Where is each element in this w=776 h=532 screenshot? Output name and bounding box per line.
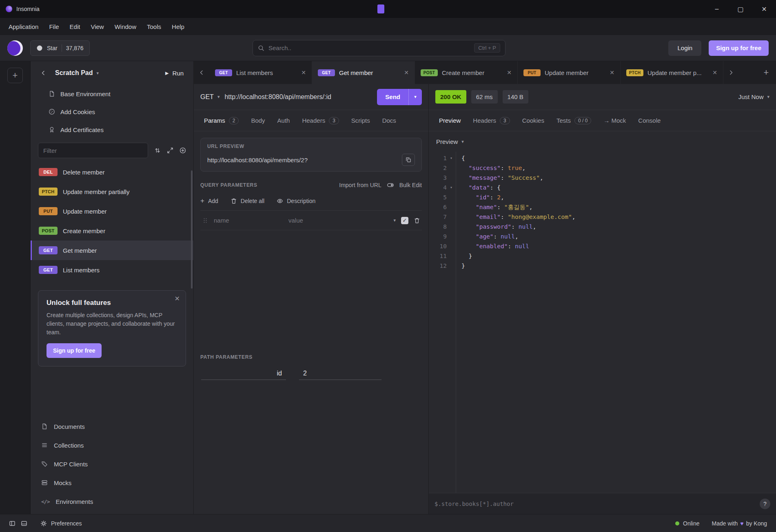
toggle-sidebar-icon[interactable]	[9, 517, 16, 530]
sidebar-item-documents[interactable]: Documents	[31, 417, 193, 436]
add-request-icon[interactable]	[180, 144, 186, 157]
response-body-viewer[interactable]: 1 ▾ { 2 ▾ "success": true,	[429, 152, 776, 493]
sidebar-item-add-cookies[interactable]: Add Cookies	[31, 103, 193, 121]
request-tab[interactable]: POST Create member ✕	[415, 61, 518, 84]
sidebar-item-mocks[interactable]: Mocks	[31, 473, 193, 492]
send-button[interactable]: Send	[377, 89, 408, 105]
response-pane-tab[interactable]: Preview	[433, 110, 467, 131]
request-name: Update member partially	[63, 188, 129, 195]
menu-item[interactable]: View	[85, 21, 109, 33]
response-filter-input[interactable]	[435, 501, 755, 507]
request-list-item[interactable]: PUT Update member	[31, 201, 193, 221]
back-button[interactable]	[37, 67, 49, 79]
menu-item[interactable]: Help	[166, 21, 190, 33]
scroll-tabs-right-icon[interactable]	[723, 61, 739, 84]
request-pane-tab[interactable]: Docs	[376, 110, 402, 131]
menu-item[interactable]: Tools	[142, 21, 166, 33]
preferences-button[interactable]: Preferences	[40, 520, 82, 527]
sidebar-item-environments[interactable]: </> Environments	[31, 492, 193, 511]
param-enabled-checkbox[interactable]: ✓	[401, 217, 408, 224]
filter-help-button[interactable]: ?	[760, 499, 770, 509]
request-tab[interactable]: GET List members ✕	[209, 61, 312, 84]
divider	[62, 44, 62, 52]
method-dropdown[interactable]: GET ▾	[200, 93, 219, 101]
layout-toggles	[9, 517, 27, 530]
filter-field[interactable]	[38, 143, 148, 158]
bulk-edit-button[interactable]: Bulk Edit	[399, 182, 422, 188]
request-list-item[interactable]: GET Get member	[31, 241, 193, 260]
fold-icon[interactable]: ▾	[447, 183, 456, 192]
close-icon[interactable]: ✕	[175, 295, 180, 302]
menu-item[interactable]: Application	[3, 21, 44, 33]
response-pane-tab[interactable]: → Mock	[597, 110, 632, 131]
add-param-button[interactable]: + Add	[200, 197, 218, 204]
response-pane-tab[interactable]: Tests 0 / 0	[550, 110, 597, 131]
close-button[interactable]: ✕	[752, 0, 776, 18]
menu-item[interactable]: Window	[109, 21, 142, 33]
request-tab[interactable]: PUT Update member ✕	[518, 61, 621, 84]
response-pane-tab[interactable]: Cookies	[516, 110, 550, 131]
request-tab[interactable]: GET Get member ✕	[312, 61, 415, 84]
request-list-item[interactable]: POST Create member	[31, 221, 193, 241]
run-button[interactable]: ▶ Run	[162, 67, 187, 79]
login-button[interactable]: Login	[668, 40, 701, 56]
expand-icon[interactable]	[167, 144, 173, 157]
drag-handle-icon[interactable]	[202, 217, 208, 224]
bulk-edit-toggle-icon[interactable]	[387, 181, 394, 189]
send-options-dropdown[interactable]: ▾	[409, 89, 422, 105]
maximize-button[interactable]: ▢	[729, 0, 752, 18]
signup-button[interactable]: Sign up for free	[709, 40, 769, 56]
url-input[interactable]: http://localhost:8080/api/members/:id	[224, 93, 372, 101]
menu-item[interactable]: File	[44, 21, 64, 33]
response-pane-tab[interactable]: Headers 3	[467, 110, 516, 131]
request-pane-tab[interactable]: Auth	[271, 110, 296, 131]
signup-cta-button[interactable]: Sign up for free	[47, 343, 102, 358]
sidebar-item-add-certificates[interactable]: Add Certificates	[31, 121, 193, 139]
search-input[interactable]	[268, 44, 470, 51]
request-pane-tab[interactable]: Body	[245, 110, 271, 131]
sort-icon[interactable]	[154, 144, 161, 157]
scroll-tabs-left-icon[interactable]	[194, 61, 209, 84]
close-tab-icon[interactable]: ✕	[301, 69, 306, 76]
close-tab-icon[interactable]: ✕	[507, 69, 512, 76]
chevron-down-icon[interactable]: ▾	[393, 218, 396, 223]
request-pane-tab[interactable]: Params 2	[198, 110, 245, 131]
import-from-url-button[interactable]: Import from URL	[339, 182, 381, 188]
scrollbar-thumb[interactable]	[191, 170, 193, 289]
workspace-dropdown[interactable]: Scratch Pad ▾	[53, 67, 101, 79]
description-button[interactable]: Description	[277, 198, 315, 204]
close-tab-icon[interactable]: ✕	[610, 69, 614, 76]
global-search[interactable]: Ctrl + P	[253, 40, 506, 56]
response-history-dropdown[interactable]: Just Now ▾	[738, 93, 769, 100]
fold-icon[interactable]: ▾	[447, 153, 456, 163]
request-tab[interactable]: PTCH Update member p... ✕	[621, 61, 723, 84]
close-tab-icon[interactable]: ✕	[404, 69, 409, 76]
request-pane-tab[interactable]: Headers 3	[296, 110, 345, 131]
toggle-panel-icon[interactable]	[21, 517, 27, 530]
sidebar-item-collections[interactable]: Collections	[31, 436, 193, 455]
close-tab-icon[interactable]: ✕	[712, 69, 717, 76]
param-name-input[interactable]	[214, 217, 283, 224]
window-controls: – ▢ ✕	[705, 0, 776, 18]
request-pane-tab[interactable]: Scripts	[345, 110, 376, 131]
insomnia-app: Insomnia – ▢ ✕ Application File Edit Vie…	[0, 0, 776, 532]
menu-item[interactable]: Edit	[64, 21, 86, 33]
path-param-value-input[interactable]	[299, 367, 381, 380]
delete-param-icon[interactable]	[414, 214, 420, 227]
preview-mode-dropdown[interactable]: Preview ▾	[436, 138, 464, 145]
new-project-button[interactable]: +	[7, 68, 23, 83]
delete-all-button[interactable]: Delete all	[231, 198, 264, 204]
minimize-button[interactable]: –	[705, 0, 729, 18]
path-param-name-input[interactable]	[201, 367, 286, 380]
github-star-widget[interactable]: Star 37,876	[30, 40, 90, 56]
new-tab-button[interactable]: +	[756, 61, 776, 84]
copy-url-button[interactable]	[402, 154, 415, 166]
param-value-input[interactable]	[288, 217, 388, 224]
sidebar-item-base-environment[interactable]: Base Environment	[31, 85, 193, 103]
request-list-item[interactable]: GET List members	[31, 260, 193, 280]
request-list-item[interactable]: DEL Delete member	[31, 162, 193, 182]
filter-input[interactable]	[43, 147, 124, 154]
sidebar-item-mcp-clients[interactable]: MCP Clients	[31, 455, 193, 473]
response-pane-tab[interactable]: Console	[632, 110, 667, 131]
request-list-item[interactable]: PTCH Update member partially	[31, 182, 193, 201]
